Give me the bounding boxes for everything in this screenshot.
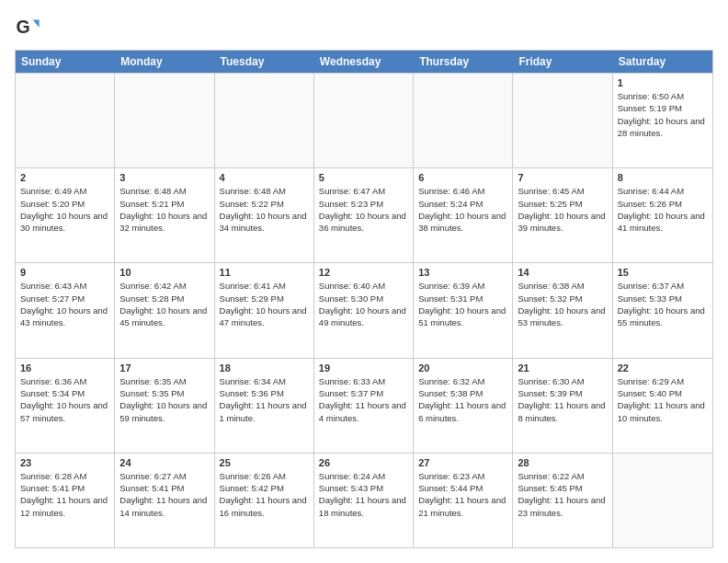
empty-cell-0-1 xyxy=(115,74,214,167)
day-cell-13: 13Sunrise: 6:39 AM Sunset: 5:31 PM Dayli… xyxy=(414,263,513,357)
day-number: 2 xyxy=(20,172,109,183)
day-info: Sunrise: 6:42 AM Sunset: 5:28 PM Dayligh… xyxy=(119,280,209,328)
header-day-friday: Friday xyxy=(513,51,612,73)
day-cell-3: 3Sunrise: 6:48 AM Sunset: 5:21 PM Daylig… xyxy=(115,168,214,262)
header: G xyxy=(15,15,713,40)
day-cell-10: 10Sunrise: 6:42 AM Sunset: 5:28 PM Dayli… xyxy=(115,263,214,357)
day-cell-28: 28Sunrise: 6:22 AM Sunset: 5:45 PM Dayli… xyxy=(513,454,612,547)
day-cell-7: 7Sunrise: 6:45 AM Sunset: 5:25 PM Daylig… xyxy=(513,168,612,262)
header-day-wednesday: Wednesday xyxy=(314,51,414,73)
day-cell-20: 20Sunrise: 6:32 AM Sunset: 5:38 PM Dayli… xyxy=(414,359,513,453)
calendar: SundayMondayTuesdayWednesdayThursdayFrid… xyxy=(15,50,713,548)
day-number: 7 xyxy=(518,172,607,183)
day-info: Sunrise: 6:47 AM Sunset: 5:23 PM Dayligh… xyxy=(319,185,408,234)
page: G SundayMondayTuesdayWednesdayThursdayFr… xyxy=(0,0,728,563)
day-number: 11 xyxy=(220,267,309,278)
day-number: 3 xyxy=(119,172,209,183)
day-number: 23 xyxy=(20,457,109,468)
calendar-row-3: 9Sunrise: 6:43 AM Sunset: 5:27 PM Daylig… xyxy=(16,262,712,357)
day-cell-17: 17Sunrise: 6:35 AM Sunset: 5:35 PM Dayli… xyxy=(115,359,214,453)
day-number: 6 xyxy=(418,172,507,183)
day-number: 9 xyxy=(20,267,109,278)
empty-cell-0-3 xyxy=(314,74,414,167)
day-number: 27 xyxy=(418,457,507,468)
day-info: Sunrise: 6:48 AM Sunset: 5:21 PM Dayligh… xyxy=(119,185,209,234)
day-info: Sunrise: 6:30 AM Sunset: 5:39 PM Dayligh… xyxy=(518,375,607,424)
day-number: 25 xyxy=(220,457,309,468)
calendar-row-4: 16Sunrise: 6:36 AM Sunset: 5:34 PM Dayli… xyxy=(16,358,712,453)
day-cell-1: 1Sunrise: 6:50 AM Sunset: 5:19 PM Daylig… xyxy=(613,74,712,167)
day-info: Sunrise: 6:34 AM Sunset: 5:36 PM Dayligh… xyxy=(220,375,309,424)
calendar-row-5: 23Sunrise: 6:28 AM Sunset: 5:41 PM Dayli… xyxy=(16,453,712,547)
day-cell-14: 14Sunrise: 6:38 AM Sunset: 5:32 PM Dayli… xyxy=(513,263,612,357)
day-cell-9: 9Sunrise: 6:43 AM Sunset: 5:27 PM Daylig… xyxy=(16,263,115,357)
day-number: 21 xyxy=(518,362,607,373)
calendar-row-1: 1Sunrise: 6:50 AM Sunset: 5:19 PM Daylig… xyxy=(16,73,712,167)
day-cell-24: 24Sunrise: 6:27 AM Sunset: 5:41 PM Dayli… xyxy=(115,454,214,547)
day-cell-5: 5Sunrise: 6:47 AM Sunset: 5:23 PM Daylig… xyxy=(314,168,414,262)
empty-cell-0-2 xyxy=(215,74,314,167)
day-number: 4 xyxy=(220,172,309,183)
day-info: Sunrise: 6:37 AM Sunset: 5:33 PM Dayligh… xyxy=(618,280,708,328)
empty-cell-4-6 xyxy=(613,454,712,547)
empty-cell-0-0 xyxy=(16,74,115,167)
day-info: Sunrise: 6:38 AM Sunset: 5:32 PM Dayligh… xyxy=(518,280,607,328)
day-number: 13 xyxy=(418,267,507,278)
day-number: 22 xyxy=(618,362,708,373)
day-number: 28 xyxy=(518,457,607,468)
day-info: Sunrise: 6:39 AM Sunset: 5:31 PM Dayligh… xyxy=(418,280,507,328)
day-cell-22: 22Sunrise: 6:29 AM Sunset: 5:40 PM Dayli… xyxy=(613,359,712,453)
header-day-saturday: Saturday xyxy=(613,51,712,73)
day-info: Sunrise: 6:40 AM Sunset: 5:30 PM Dayligh… xyxy=(319,280,408,328)
day-cell-21: 21Sunrise: 6:30 AM Sunset: 5:39 PM Dayli… xyxy=(513,359,612,453)
day-info: Sunrise: 6:22 AM Sunset: 5:45 PM Dayligh… xyxy=(518,470,607,519)
day-number: 1 xyxy=(618,77,708,88)
day-cell-12: 12Sunrise: 6:40 AM Sunset: 5:30 PM Dayli… xyxy=(314,263,414,357)
day-info: Sunrise: 6:33 AM Sunset: 5:37 PM Dayligh… xyxy=(319,375,408,424)
day-number: 16 xyxy=(20,362,109,373)
day-cell-15: 15Sunrise: 6:37 AM Sunset: 5:33 PM Dayli… xyxy=(613,263,712,357)
header-day-thursday: Thursday xyxy=(414,51,513,73)
day-info: Sunrise: 6:44 AM Sunset: 5:26 PM Dayligh… xyxy=(618,185,708,234)
day-info: Sunrise: 6:32 AM Sunset: 5:38 PM Dayligh… xyxy=(418,375,507,424)
day-number: 18 xyxy=(220,362,309,373)
day-info: Sunrise: 6:23 AM Sunset: 5:44 PM Dayligh… xyxy=(418,470,507,519)
svg-marker-1 xyxy=(33,20,40,28)
day-number: 17 xyxy=(119,362,209,373)
day-info: Sunrise: 6:43 AM Sunset: 5:27 PM Dayligh… xyxy=(20,280,109,328)
day-cell-2: 2Sunrise: 6:49 AM Sunset: 5:20 PM Daylig… xyxy=(16,168,115,262)
day-info: Sunrise: 6:50 AM Sunset: 5:19 PM Dayligh… xyxy=(618,90,708,139)
day-cell-16: 16Sunrise: 6:36 AM Sunset: 5:34 PM Dayli… xyxy=(16,359,115,453)
day-number: 15 xyxy=(618,267,708,278)
day-info: Sunrise: 6:35 AM Sunset: 5:35 PM Dayligh… xyxy=(119,375,209,424)
calendar-header: SundayMondayTuesdayWednesdayThursdayFrid… xyxy=(16,51,712,73)
day-cell-25: 25Sunrise: 6:26 AM Sunset: 5:42 PM Dayli… xyxy=(215,454,314,547)
day-cell-26: 26Sunrise: 6:24 AM Sunset: 5:43 PM Dayli… xyxy=(314,454,414,547)
day-number: 24 xyxy=(119,457,209,468)
day-cell-4: 4Sunrise: 6:48 AM Sunset: 5:22 PM Daylig… xyxy=(215,168,314,262)
svg-text:G: G xyxy=(16,17,29,37)
day-cell-6: 6Sunrise: 6:46 AM Sunset: 5:24 PM Daylig… xyxy=(414,168,513,262)
day-number: 26 xyxy=(319,457,408,468)
day-info: Sunrise: 6:26 AM Sunset: 5:42 PM Dayligh… xyxy=(220,470,309,519)
day-number: 5 xyxy=(319,172,408,183)
day-number: 12 xyxy=(319,267,408,278)
calendar-row-2: 2Sunrise: 6:49 AM Sunset: 5:20 PM Daylig… xyxy=(16,167,712,262)
empty-cell-0-4 xyxy=(414,74,513,167)
day-number: 19 xyxy=(319,362,408,373)
day-cell-18: 18Sunrise: 6:34 AM Sunset: 5:36 PM Dayli… xyxy=(215,359,314,453)
header-day-monday: Monday xyxy=(115,51,214,73)
header-day-sunday: Sunday xyxy=(16,51,115,73)
day-number: 8 xyxy=(618,172,708,183)
day-number: 14 xyxy=(518,267,607,278)
calendar-body: 1Sunrise: 6:50 AM Sunset: 5:19 PM Daylig… xyxy=(16,73,712,547)
day-info: Sunrise: 6:48 AM Sunset: 5:22 PM Dayligh… xyxy=(220,185,309,234)
day-info: Sunrise: 6:36 AM Sunset: 5:34 PM Dayligh… xyxy=(20,375,109,424)
logo-icon: G xyxy=(15,15,40,40)
day-cell-8: 8Sunrise: 6:44 AM Sunset: 5:26 PM Daylig… xyxy=(613,168,712,262)
day-cell-11: 11Sunrise: 6:41 AM Sunset: 5:29 PM Dayli… xyxy=(215,263,314,357)
header-day-tuesday: Tuesday xyxy=(215,51,314,73)
day-info: Sunrise: 6:24 AM Sunset: 5:43 PM Dayligh… xyxy=(319,470,408,519)
day-cell-27: 27Sunrise: 6:23 AM Sunset: 5:44 PM Dayli… xyxy=(414,454,513,547)
logo: G xyxy=(15,15,42,40)
